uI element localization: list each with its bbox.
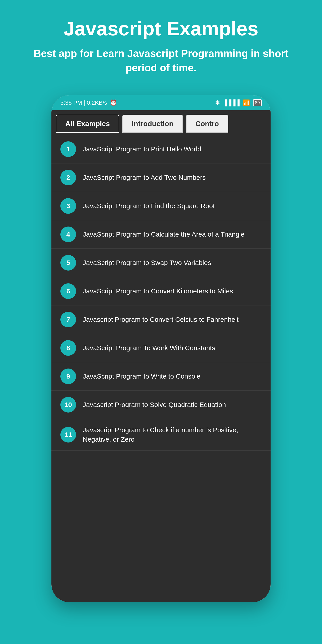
app-content: All Examples Introduction Contro 1 JavaS…: [52, 110, 270, 602]
item-number-7: 7: [60, 312, 76, 327]
item-number-4: 4: [60, 226, 76, 242]
list-item[interactable]: 1 JavaScript Program to Print Hello Worl…: [52, 135, 270, 164]
list-item[interactable]: 7 Javascript Program to Convert Celsius …: [52, 306, 270, 334]
hero-subtitle: Best app for Learn Javascript Programmin…: [0, 46, 322, 75]
item-number-8: 8: [60, 340, 76, 356]
alarm-icon: ⏰: [110, 99, 117, 106]
hero-title: Javascript Examples: [50, 18, 272, 40]
item-number-3: 3: [60, 198, 76, 214]
tab-introduction[interactable]: Introduction: [122, 115, 183, 133]
list-item[interactable]: 11 Javascript Program to Check if a numb…: [52, 419, 270, 450]
list-item[interactable]: 6 JavaScript Program to Convert Kilomete…: [52, 277, 270, 306]
signal-icon: ▐▐▐▐: [223, 99, 240, 106]
tab-all-examples[interactable]: All Examples: [56, 115, 119, 133]
item-number-9: 9: [60, 368, 76, 384]
item-text-8: JavaScript Program To Work With Constant…: [83, 343, 215, 353]
item-text-11: Javascript Program to Check if a number …: [83, 425, 262, 444]
item-number-6: 6: [60, 283, 76, 299]
item-text-9: JavaScript Program to Write to Console: [83, 372, 200, 381]
wifi-icon: 📶: [243, 99, 250, 106]
item-text-4: JavaScript Program to Calculate the Area…: [83, 230, 245, 239]
item-number-10: 10: [60, 397, 76, 412]
time-display: 3:35 PM | 0.2KB/s: [60, 99, 107, 106]
list-item[interactable]: 10 Javascript Program to Solve Quadratic…: [52, 391, 270, 419]
item-text-10: Javascript Program to Solve Quadratic Eq…: [83, 400, 226, 410]
list-item[interactable]: 5 JavaScript Program to Swap Two Variabl…: [52, 249, 270, 277]
list-item[interactable]: 2 JavaScript Program to Add Two Numbers: [52, 164, 270, 192]
item-text-3: JavaScript Program to Find the Square Ro…: [83, 201, 215, 211]
item-number-5: 5: [60, 255, 76, 270]
status-left: 3:35 PM | 0.2KB/s ⏰: [60, 99, 117, 106]
tab-control[interactable]: Contro: [186, 115, 228, 133]
list-container: 1 JavaScript Program to Print Hello Worl…: [52, 133, 270, 453]
item-number-1: 1: [60, 141, 76, 157]
bluetooth-icon: ✱: [215, 99, 220, 106]
item-text-2: JavaScript Program to Add Two Numbers: [83, 173, 206, 182]
item-text-7: Javascript Program to Convert Celsius to…: [83, 315, 238, 324]
status-bar: 3:35 PM | 0.2KB/s ⏰ ✱ ▐▐▐▐ 📶 89: [52, 95, 270, 110]
item-text-5: JavaScript Program to Swap Two Variables: [83, 258, 211, 268]
status-right: ✱ ▐▐▐▐ 📶 89: [215, 99, 262, 106]
battery-icon: 89: [253, 99, 262, 106]
item-text-1: JavaScript Program to Print Hello World: [83, 144, 201, 154]
item-number-2: 2: [60, 170, 76, 185]
list-item[interactable]: 9 JavaScript Program to Write to Console: [52, 362, 270, 391]
item-number-11: 11: [60, 427, 76, 442]
list-item[interactable]: 4 JavaScript Program to Calculate the Ar…: [52, 220, 270, 249]
tab-bar: All Examples Introduction Contro: [52, 110, 270, 133]
list-item[interactable]: 8 JavaScript Program To Work With Consta…: [52, 334, 270, 362]
list-item[interactable]: 3 JavaScript Program to Find the Square …: [52, 192, 270, 220]
phone-frame: 3:35 PM | 0.2KB/s ⏰ ✱ ▐▐▐▐ 📶 89 All Exam…: [52, 95, 270, 602]
item-text-6: JavaScript Program to Convert Kilometers…: [83, 286, 233, 296]
